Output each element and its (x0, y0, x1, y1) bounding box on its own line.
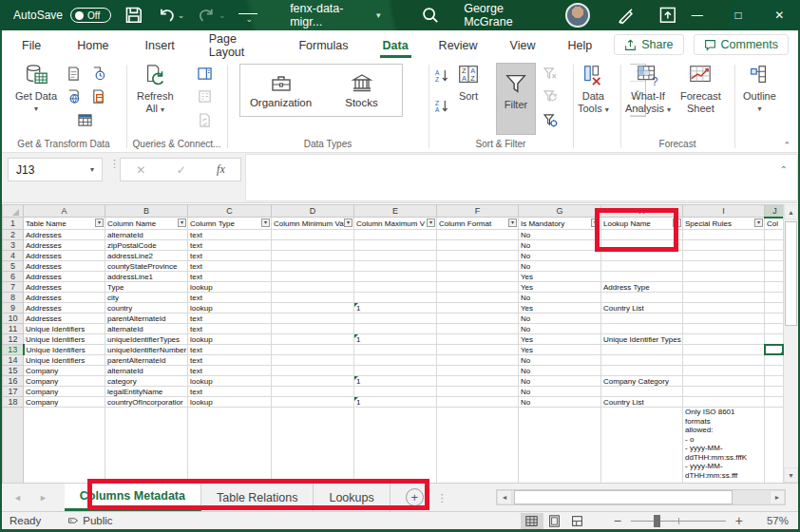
cell[interactable]: parentAlternateId (105, 355, 188, 366)
cell[interactable]: city (105, 293, 188, 303)
cell[interactable] (354, 387, 437, 397)
formula-bar-expand-icon[interactable]: ⌃ (780, 164, 788, 175)
cell[interactable] (272, 324, 354, 334)
new-sheet-icon[interactable]: + (406, 488, 424, 506)
cell[interactable] (601, 240, 683, 251)
cell[interactable]: text (188, 261, 272, 272)
cell[interactable]: Addresses (24, 251, 105, 261)
cell[interactable]: Addresses (24, 240, 105, 251)
cell[interactable]: No (519, 261, 601, 272)
cell[interactable]: No (519, 251, 601, 261)
data-type-stocks[interactable]: Stocks (321, 65, 402, 116)
header-cell-3[interactable]: Column Type▾ (188, 218, 272, 230)
user-name[interactable]: George McGrane (464, 2, 554, 28)
avatar[interactable] (565, 3, 590, 28)
tab-home[interactable]: Home (65, 32, 121, 58)
row-header-12[interactable]: 12 (3, 334, 24, 345)
cell[interactable] (601, 251, 683, 261)
cell[interactable] (765, 230, 784, 240)
row-header-5[interactable]: 5 (3, 261, 24, 272)
row-header-13[interactable]: 13 (3, 345, 24, 355)
column-header-A[interactable]: A (24, 205, 105, 218)
data-type-organization[interactable]: Organization (240, 65, 321, 116)
cell[interactable] (765, 314, 784, 324)
cell[interactable]: text (188, 355, 272, 366)
cell[interactable] (437, 314, 519, 324)
cell[interactable] (765, 293, 784, 303)
cell[interactable] (272, 230, 354, 240)
filter-dropdown-icon[interactable]: ▾ (591, 218, 600, 227)
share-button[interactable]: Share (614, 34, 683, 55)
cell[interactable]: No (519, 314, 601, 324)
cell[interactable]: Company (24, 397, 105, 408)
cell[interactable]: No (519, 324, 601, 334)
cell[interactable] (765, 387, 784, 397)
collapse-ribbon-icon[interactable]: ⌃ (783, 141, 790, 150)
cell[interactable] (601, 272, 683, 282)
cell[interactable] (272, 408, 354, 484)
save-icon[interactable] (124, 6, 143, 25)
cell[interactable]: 1 (354, 334, 437, 345)
cell[interactable]: Unique Identifiers (24, 345, 105, 355)
cell[interactable] (437, 355, 519, 366)
scroll-left-icon[interactable]: ◄ (497, 490, 512, 504)
cell[interactable]: Country List (601, 303, 683, 314)
cell[interactable] (683, 397, 765, 408)
column-header-I[interactable]: I (683, 205, 765, 218)
zoom-slider-thumb[interactable] (654, 515, 660, 527)
search-icon[interactable] (421, 6, 440, 25)
maximize-button[interactable]: □ (717, 0, 758, 30)
cell[interactable]: Addresses (24, 293, 105, 303)
cell[interactable] (601, 366, 683, 376)
cell[interactable]: text (188, 345, 272, 355)
cell[interactable]: No (519, 293, 601, 303)
selected-cell-J13[interactable] (764, 344, 784, 355)
cell[interactable]: Company (24, 366, 105, 376)
cell[interactable] (601, 261, 683, 272)
cell[interactable] (354, 324, 437, 334)
cell[interactable] (683, 303, 765, 314)
what-if-analysis-button[interactable]: ? What-If Analysis ▾ (625, 63, 671, 116)
formula-input[interactable]: ⌃ (245, 154, 798, 201)
row-header-blank[interactable] (3, 408, 24, 484)
cell[interactable]: No (519, 355, 601, 366)
cell[interactable] (272, 387, 354, 397)
cell[interactable] (765, 397, 784, 408)
cell[interactable] (765, 376, 784, 387)
sheet-tab-columns-metadata[interactable]: Columns Metadata (65, 484, 201, 511)
cell[interactable] (683, 261, 765, 272)
horizontal-scrollbar[interactable]: ◄ ► (496, 489, 786, 505)
cell[interactable]: uniqueIdentifierTypes (105, 334, 188, 345)
zoom-slider[interactable] (631, 521, 726, 522)
cell[interactable]: lookup (188, 303, 272, 314)
feedback-pen-icon[interactable] (617, 6, 636, 25)
cell[interactable] (437, 334, 519, 345)
sort-button[interactable]: ZA AZ Sort (456, 63, 481, 103)
cell[interactable]: No (519, 387, 601, 397)
cell[interactable]: No (519, 397, 601, 408)
cell[interactable]: lookup (188, 282, 272, 293)
cell[interactable]: country (105, 303, 188, 314)
formula-bar-handle-icon[interactable]: ⋮ (109, 161, 120, 166)
column-header-B[interactable]: B (105, 205, 188, 218)
from-web-icon[interactable] (65, 87, 82, 104)
view-page-layout-button[interactable] (543, 513, 566, 529)
row-header-4[interactable]: 4 (3, 251, 24, 261)
cell[interactable]: Company (24, 387, 105, 397)
cell[interactable] (437, 345, 519, 355)
cell[interactable] (683, 251, 765, 261)
cell[interactable]: uniqueIdentifierNumber (105, 345, 188, 355)
row-header-9[interactable]: 9 (3, 303, 24, 314)
cell[interactable]: Country List (601, 397, 683, 408)
cell[interactable] (437, 324, 519, 334)
cell[interactable]: countyStateProvince (105, 261, 188, 272)
cell[interactable] (354, 282, 437, 293)
cell[interactable]: Addresses (24, 230, 105, 240)
row-header-6[interactable]: 6 (3, 272, 24, 282)
cell[interactable] (683, 282, 765, 293)
horizontal-scroll-thumb[interactable] (514, 490, 733, 504)
cell[interactable] (437, 282, 519, 293)
cell[interactable]: Addresses (24, 282, 105, 293)
hscroll-handle-icon[interactable]: ⋮ (437, 495, 448, 501)
data-tools-button[interactable]: Data Tools ▾ (578, 63, 609, 116)
